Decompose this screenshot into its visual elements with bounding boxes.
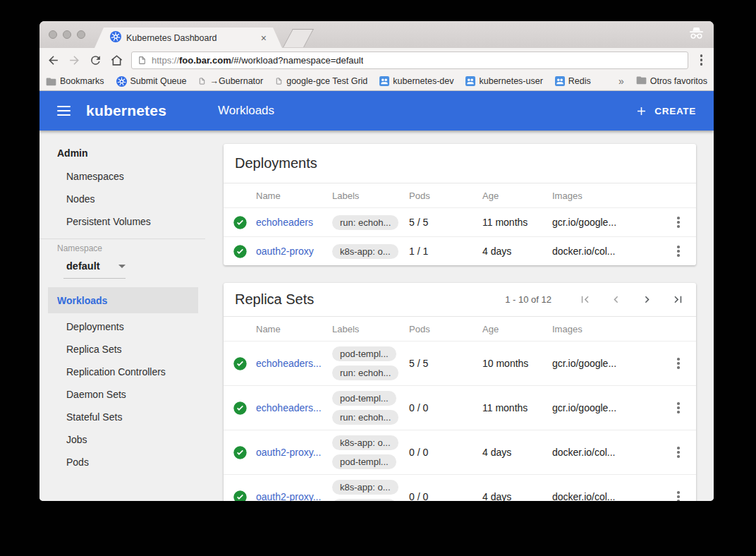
sidebar-item-nodes[interactable]: Nodes <box>39 188 205 210</box>
page-icon <box>198 76 206 86</box>
row-actions-menu-button[interactable] <box>673 356 684 370</box>
table-row: echoheaders... pod-templ...run: echoh...… <box>224 341 696 385</box>
window-titlebar: Kubernetes Dashboard × <box>39 21 714 48</box>
namespace-select[interactable]: default <box>63 256 126 279</box>
row-actions-menu-button[interactable] <box>673 401 684 415</box>
resource-name-link[interactable]: echoheaders... <box>256 358 322 369</box>
forward-icon[interactable] <box>68 54 81 67</box>
column-header-images: Images <box>552 324 661 334</box>
bookmark-bookmarks[interactable]: Bookmarks <box>46 76 104 86</box>
menu-hamburger-icon[interactable] <box>57 106 71 116</box>
bookmark-gubernator[interactable]: →Gubernator <box>198 76 263 86</box>
group-icon <box>465 76 475 86</box>
bookmark-submit-queue[interactable]: Submit Queue <box>116 76 187 87</box>
status-ok-icon <box>224 356 256 371</box>
bookmark-otros-favoritos[interactable]: Otros favoritos <box>636 75 707 87</box>
browser-tab[interactable]: Kubernetes Dashboard × <box>94 28 282 48</box>
replica-sets-card: Replica Sets 1 - 10 of 12 NameLabelsPods… <box>224 283 696 501</box>
tab-close-icon[interactable]: × <box>261 33 267 43</box>
images-value: gcr.io/google... <box>552 217 661 228</box>
create-button[interactable]: CREATE <box>635 104 696 118</box>
bookmark-kubernetes-user[interactable]: kubernetes-user <box>465 76 542 86</box>
table-header: NameLabelsPodsAgeImages <box>224 183 696 207</box>
sidebar-divider <box>39 238 205 239</box>
pods-value: 0 / 0 <box>409 491 482 501</box>
row-actions-menu-button[interactable] <box>673 490 684 501</box>
last-page-icon[interactable] <box>671 293 685 306</box>
label-chip: k8s-app: o... <box>332 435 398 450</box>
app-header: kubernetes Workloads CREATE <box>39 91 714 131</box>
pods-value: 0 / 0 <box>409 447 482 458</box>
sidebar-item-pods[interactable]: Pods <box>39 451 205 473</box>
sidebar-item-daemon-sets[interactable]: Daemon Sets <box>39 383 205 406</box>
reload-icon[interactable] <box>89 54 102 67</box>
images-value: docker.io/col... <box>552 491 661 501</box>
previous-page-icon[interactable] <box>609 293 623 306</box>
sidebar-item-persistent-volumes[interactable]: Persistent Volumes <box>39 210 205 233</box>
page-icon <box>275 76 283 86</box>
table-row: oauth2-proxy k8s-app: o... 1 / 1 4 days … <box>224 236 696 265</box>
bookmark-redis[interactable]: Redis <box>555 76 591 86</box>
row-actions-menu-button[interactable] <box>673 244 684 258</box>
first-page-icon[interactable] <box>578 293 592 306</box>
deployments-card: Deployments NameLabelsPodsAgeImages echo… <box>224 144 696 265</box>
resource-name-link[interactable]: echoheaders <box>256 217 313 228</box>
kubernetes-icon <box>116 76 127 87</box>
resource-name-link[interactable]: echoheaders... <box>256 402 322 413</box>
folder-icon <box>46 77 56 86</box>
label-chip: pod-templ... <box>332 346 396 361</box>
pods-value: 5 / 5 <box>409 358 482 369</box>
pagination: 1 - 10 of 12 <box>505 293 685 306</box>
status-ok-icon <box>224 490 256 502</box>
home-icon[interactable] <box>110 54 123 67</box>
sidebar-item-stateful-sets[interactable]: Stateful Sets <box>39 406 205 428</box>
kubernetes-logo[interactable]: kubernetes <box>86 102 166 119</box>
browser-menu-icon[interactable] <box>696 53 707 67</box>
url-bar[interactable]: https://foo.bar.com/#/workload?namespace… <box>131 52 688 69</box>
sidebar-section-admin[interactable]: Admin <box>39 141 205 165</box>
resource-name-link[interactable]: oauth2-proxy... <box>256 447 321 458</box>
row-actions-menu-button[interactable] <box>673 445 684 459</box>
images-value: docker.io/col... <box>552 447 661 458</box>
label-chip: k8s-app: o... <box>332 244 398 259</box>
sidebar-item-deployments[interactable]: Deployments <box>39 315 205 338</box>
column-header-pods: Pods <box>409 324 482 334</box>
sidebar-item-replica-sets[interactable]: Replica Sets <box>39 338 205 361</box>
content-area: Admin NamespacesNodesPersistent Volumes … <box>39 131 714 501</box>
next-page-icon[interactable] <box>640 293 654 306</box>
images-value: gcr.io/google... <box>552 358 661 369</box>
main-panel: Deployments NameLabelsPodsAgeImages echo… <box>205 131 714 501</box>
status-ok-icon <box>224 215 256 230</box>
sidebar-item-namespaces[interactable]: Namespaces <box>39 165 205 188</box>
sidebar-item-replication-controllers[interactable]: Replication Controllers <box>39 361 205 383</box>
back-icon[interactable] <box>47 54 60 67</box>
images-value: docker.io/col... <box>552 246 661 257</box>
column-header-pods: Pods <box>409 191 482 201</box>
bookmark-google-gce-test-grid[interactable]: google-gce Test Grid <box>275 76 367 86</box>
new-tab-button[interactable] <box>283 29 314 47</box>
row-actions-menu-button[interactable] <box>673 215 684 229</box>
label-chip: run: echoh... <box>332 215 398 230</box>
group-icon <box>379 76 389 86</box>
bookmarks-overflow-icon[interactable]: » <box>618 75 624 87</box>
resource-name-link[interactable]: oauth2-proxy... <box>256 491 321 501</box>
bookmark-kubernetes-dev[interactable]: kubernetes-dev <box>379 76 453 86</box>
card-title: Replica Sets <box>235 291 314 308</box>
sidebar-item-workloads[interactable]: Workloads <box>48 287 198 313</box>
images-value: gcr.io/google... <box>552 402 661 413</box>
label-chip: run: echoh... <box>332 410 398 425</box>
table-header: NameLabelsPodsAgeImages <box>224 316 696 341</box>
tab-title: Kubernetes Dashboard <box>126 33 256 43</box>
sidebar-nav: Admin NamespacesNodesPersistent Volumes … <box>39 131 205 501</box>
resource-name-link[interactable]: oauth2-proxy <box>256 246 314 257</box>
page-security-icon[interactable] <box>138 55 147 66</box>
column-header-labels: Labels <box>332 191 409 201</box>
bookmarks-bar: Bookmarks Submit Queue →Gubernator googl… <box>39 72 714 91</box>
close-button[interactable] <box>49 30 57 39</box>
incognito-icon <box>688 27 705 43</box>
label-chip: pod-templ... <box>332 499 396 501</box>
minimize-button[interactable] <box>63 30 71 39</box>
sidebar-item-jobs[interactable]: Jobs <box>39 428 205 451</box>
zoom-button[interactable] <box>77 30 85 39</box>
page-title: Workloads <box>218 104 274 118</box>
